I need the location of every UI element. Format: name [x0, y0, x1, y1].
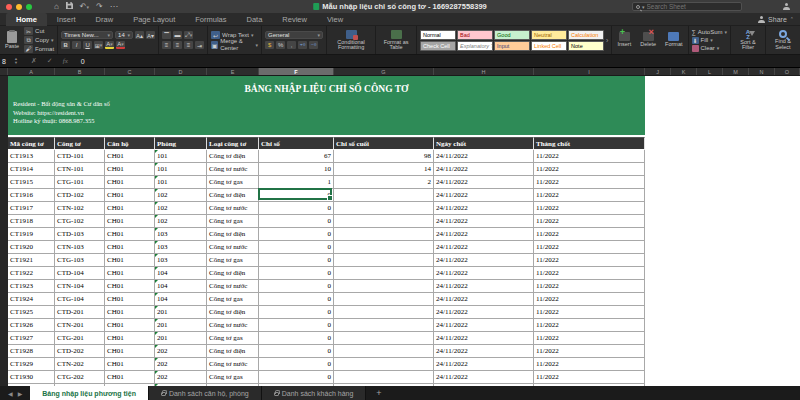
cell[interactable]: Công tơ gas — [207, 215, 259, 228]
tab-formulas[interactable]: Formulas — [185, 13, 236, 26]
cell[interactable]: CH01 — [105, 371, 155, 384]
percent-icon[interactable]: % — [276, 41, 285, 49]
column-header-M[interactable]: M — [723, 68, 749, 75]
cell-style-check-cell[interactable]: Check Cell — [420, 41, 456, 51]
cell[interactable]: Công tơ gas — [207, 371, 259, 384]
cell[interactable]: Công tơ điện — [207, 345, 259, 358]
cell[interactable]: 0 — [259, 254, 334, 267]
cell[interactable]: CT1916 — [8, 189, 55, 202]
cell[interactable]: 102 — [155, 202, 207, 215]
cell[interactable]: 24/11/2022 — [434, 176, 534, 189]
column-header-D[interactable]: D — [155, 68, 207, 75]
cell[interactable] — [334, 319, 434, 332]
cell[interactable]: 11/2022 — [534, 332, 645, 345]
find-select-button[interactable]: Find & Select — [769, 30, 797, 50]
cell[interactable]: CT1913 — [8, 150, 55, 163]
redo-icon[interactable]: ↷ — [96, 0, 103, 13]
cell[interactable]: 102 — [155, 189, 207, 202]
cell[interactable]: 0 — [259, 371, 334, 384]
cell[interactable]: CT1920 — [8, 241, 55, 254]
comma-icon[interactable]: , — [287, 41, 296, 49]
cell[interactable]: 104 — [155, 293, 207, 306]
font-color-icon[interactable]: A▾ — [116, 41, 125, 49]
cell[interactable]: 202 — [155, 371, 207, 384]
cell[interactable]: 24/11/2022 — [434, 332, 534, 345]
cell[interactable]: 202 — [155, 345, 207, 358]
cell[interactable]: CT1925 — [8, 306, 55, 319]
cell[interactable]: CTD-103 — [55, 228, 105, 241]
tab-review[interactable]: Review — [272, 13, 317, 26]
cell[interactable]: 24/11/2022 — [434, 215, 534, 228]
cell[interactable]: CTD-201 — [55, 306, 105, 319]
orientation-icon[interactable]: ⤢▾ — [184, 31, 193, 39]
column-header-I[interactable]: I — [534, 68, 645, 75]
cell-style-calculation[interactable]: Calculation — [568, 30, 604, 40]
cell[interactable]: 24/11/2022 — [434, 163, 534, 176]
cell[interactable]: 104 — [155, 280, 207, 293]
cell[interactable]: 14 — [334, 163, 434, 176]
clear-button[interactable]: Clear▾ — [692, 44, 727, 52]
cell[interactable] — [334, 241, 434, 254]
copy-button[interactable]: ⧉Copy▾ — [24, 36, 54, 44]
cell[interactable]: 10 — [259, 163, 334, 176]
name-box[interactable]: 8 — [0, 58, 14, 65]
cell[interactable]: 11/2022 — [534, 202, 645, 215]
prev-sheet-icon[interactable]: ◀ — [8, 390, 13, 397]
next-sheet-icon[interactable]: ▶ — [18, 390, 23, 397]
fill-button[interactable]: ⬇Fill▾ — [692, 36, 727, 44]
column-header-label[interactable]: Chỉ số cuối — [334, 137, 434, 150]
autosum-button[interactable]: ∑AutoSum▾ — [692, 28, 727, 36]
column-header-A[interactable]: A — [8, 68, 55, 75]
cell[interactable]: 11/2022 — [534, 189, 645, 202]
cell[interactable]: 103 — [155, 228, 207, 241]
cell[interactable]: CTD-104 — [55, 267, 105, 280]
format-cells-button[interactable]: Format — [663, 32, 684, 48]
cell[interactable]: CH01 — [105, 345, 155, 358]
column-header-K[interactable]: K — [671, 68, 697, 75]
tab-data[interactable]: Data — [237, 13, 273, 26]
cell[interactable]: CT1918 — [8, 215, 55, 228]
column-header-label[interactable]: Mã công tơ — [8, 137, 55, 150]
search-input[interactable] — [647, 3, 737, 10]
cell[interactable]: CH01 — [105, 163, 155, 176]
cell[interactable]: Công tơ điện — [207, 228, 259, 241]
cell[interactable] — [334, 371, 434, 384]
tab-page-layout[interactable]: Page Layout — [123, 13, 185, 26]
tab-view[interactable]: View — [317, 13, 353, 26]
cell[interactable]: 101 — [155, 176, 207, 189]
cell[interactable]: CH01 — [105, 215, 155, 228]
cell[interactable] — [334, 254, 434, 267]
cell[interactable]: CT1930 — [8, 371, 55, 384]
cell-style-explanatory-t-[interactable]: Explanatory T... — [457, 41, 493, 51]
cell[interactable]: 103 — [155, 241, 207, 254]
cell[interactable]: Công tơ gas — [207, 332, 259, 345]
cell[interactable]: 24/11/2022 — [434, 358, 534, 371]
cell[interactable]: CTG-202 — [55, 371, 105, 384]
cell-style-linked-cell[interactable]: Linked Cell — [531, 41, 567, 51]
search-box[interactable]: ▾ — [632, 2, 742, 11]
borders-icon[interactable]: ⊞▾ — [94, 41, 103, 49]
cell[interactable]: 201 — [155, 319, 207, 332]
cell[interactable]: CH01 — [105, 306, 155, 319]
cell[interactable]: CH01 — [105, 189, 155, 202]
cell[interactable]: Công tơ nước — [207, 163, 259, 176]
cell[interactable]: CH01 — [105, 176, 155, 189]
cell[interactable]: 201 — [155, 306, 207, 319]
cell[interactable]: Công tơ điện — [207, 150, 259, 163]
increase-decimal-icon[interactable]: ⁺⁰ — [298, 41, 307, 49]
cell[interactable] — [334, 215, 434, 228]
insert-cells-button[interactable]: Insert — [615, 32, 633, 48]
cell[interactable]: 0 — [259, 345, 334, 358]
cell[interactable]: Công tơ gas — [207, 176, 259, 189]
tab-draw[interactable]: Draw — [86, 13, 124, 26]
column-header-O[interactable]: O — [775, 68, 800, 75]
column-header-label[interactable]: Loại công tơ — [207, 137, 259, 150]
cell[interactable]: 24/11/2022 — [434, 345, 534, 358]
align-right-icon[interactable]: ≡ — [184, 41, 193, 49]
sheet-tab-locked[interactable]: Danh sách khách hàng — [262, 386, 367, 400]
column-header-C[interactable]: C — [105, 68, 155, 75]
cell[interactable]: 101 — [155, 163, 207, 176]
column-header-B[interactable]: B — [55, 68, 105, 75]
cell[interactable]: Công tơ điện — [207, 306, 259, 319]
cell[interactable]: 0 — [259, 241, 334, 254]
